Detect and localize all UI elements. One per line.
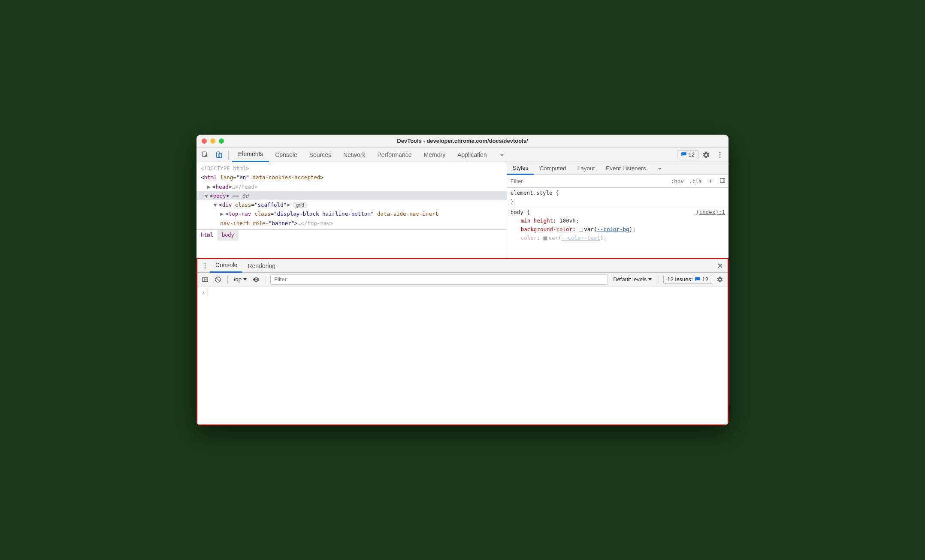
titlebar: DevTools - developer.chrome.com/docs/dev… bbox=[196, 135, 729, 148]
console-filter-input[interactable] bbox=[270, 274, 608, 285]
issues-count: 12 bbox=[689, 151, 695, 158]
window-title: DevTools - developer.chrome.com/docs/dev… bbox=[196, 138, 729, 144]
devtools-window: DevTools - developer.chrome.com/docs/dev… bbox=[196, 135, 729, 425]
console-prompt-icon: › bbox=[202, 289, 205, 295]
styles-rules[interactable]: element.style { } body {(index):1 min-he… bbox=[507, 188, 729, 258]
chevron-down-icon bbox=[243, 278, 247, 280]
css-property[interactable]: background-color: var(--color-bg); bbox=[511, 225, 725, 234]
svg-rect-6 bbox=[720, 178, 725, 182]
more-tabs-icon[interactable] bbox=[651, 162, 668, 175]
svg-point-4 bbox=[719, 154, 721, 155]
live-expression-icon[interactable] bbox=[251, 274, 261, 285]
zoom-window-button[interactable] bbox=[219, 138, 224, 144]
more-tabs-icon[interactable] bbox=[493, 148, 511, 162]
console-issues-button[interactable]: 12 Issues: 12 bbox=[663, 275, 712, 284]
tab-memory[interactable]: Memory bbox=[418, 148, 452, 162]
elements-panel[interactable]: <!DOCTYPE html> <html lang="en" data-coo… bbox=[196, 162, 507, 258]
device-toggle-icon[interactable] bbox=[213, 149, 225, 161]
log-levels-selector[interactable]: Default levels bbox=[611, 276, 654, 283]
styles-tabs: Styles Computed Layout Event Listeners bbox=[507, 162, 729, 175]
svg-rect-1 bbox=[217, 152, 220, 158]
breadcrumb: html body bbox=[196, 229, 507, 241]
styles-filter-bar: :hov .cls ＋ bbox=[507, 175, 729, 188]
chevron-down-icon bbox=[648, 278, 652, 280]
drawer-tab-console[interactable]: Console bbox=[210, 259, 242, 273]
rule-selector[interactable]: body {(index):1 bbox=[511, 208, 725, 217]
close-drawer-icon[interactable]: ✕ bbox=[715, 261, 725, 271]
kebab-menu-icon[interactable] bbox=[714, 149, 726, 161]
toggle-sidebar-icon[interactable] bbox=[200, 274, 210, 285]
console-settings-icon[interactable] bbox=[715, 274, 725, 285]
main-tabs: Elements Console Sources Network Perform… bbox=[232, 148, 675, 162]
close-window-button[interactable] bbox=[202, 138, 207, 144]
svg-point-5 bbox=[719, 156, 721, 157]
issues-pill[interactable]: 12 bbox=[677, 150, 698, 159]
tab-elements[interactable]: Elements bbox=[232, 148, 269, 162]
cursor bbox=[208, 290, 208, 296]
dom-node[interactable]: <html lang="en" data-cookies-accepted> bbox=[201, 173, 507, 182]
svg-rect-10 bbox=[203, 277, 208, 281]
grid-badge[interactable]: grid bbox=[293, 202, 307, 208]
main-split: <!DOCTYPE html> <html lang="en" data-coo… bbox=[196, 162, 729, 258]
tab-console[interactable]: Console bbox=[269, 148, 303, 162]
styles-tab-layout[interactable]: Layout bbox=[572, 162, 601, 175]
new-style-rule-icon[interactable]: ＋ bbox=[704, 177, 716, 186]
svg-point-8 bbox=[205, 265, 206, 266]
inspect-element-icon[interactable] bbox=[199, 149, 211, 161]
styles-panel: Styles Computed Layout Event Listeners :… bbox=[507, 162, 729, 258]
rule-selector[interactable]: element.style { bbox=[511, 189, 725, 197]
breadcrumb-item[interactable]: html bbox=[196, 230, 218, 240]
divider bbox=[227, 275, 228, 284]
divider bbox=[659, 275, 659, 284]
clear-console-icon[interactable] bbox=[213, 274, 223, 285]
divider bbox=[266, 275, 266, 284]
computed-toggle-icon[interactable] bbox=[716, 178, 729, 185]
cls-toggle[interactable]: .cls bbox=[686, 178, 704, 184]
drawer: Console Rendering ✕ top Default levels 1… bbox=[196, 258, 729, 425]
svg-rect-2 bbox=[219, 154, 222, 158]
dom-node[interactable]: ▼<div class="scaffold"> grid bbox=[201, 200, 507, 209]
drawer-menu-icon[interactable] bbox=[200, 262, 210, 269]
tab-performance[interactable]: Performance bbox=[371, 148, 417, 162]
dom-node[interactable]: nav-inert role="banner">…</top-nav> bbox=[201, 219, 507, 228]
settings-icon[interactable] bbox=[700, 149, 712, 161]
css-property[interactable]: min-height: 100vh; bbox=[511, 217, 725, 225]
drawer-tabs: Console Rendering ✕ bbox=[197, 259, 728, 273]
context-selector[interactable]: top bbox=[232, 276, 248, 283]
tab-application[interactable]: Application bbox=[451, 148, 493, 162]
dom-node[interactable]: ▶<top-nav class="display-block hairline-… bbox=[201, 209, 507, 218]
divider bbox=[228, 151, 229, 159]
color-swatch[interactable] bbox=[543, 236, 547, 241]
tab-network[interactable]: Network bbox=[337, 148, 371, 162]
tab-sources[interactable]: Sources bbox=[303, 148, 337, 162]
color-swatch[interactable] bbox=[579, 228, 583, 232]
minimize-window-button[interactable] bbox=[210, 138, 215, 144]
breadcrumb-item-current[interactable]: body bbox=[218, 230, 239, 240]
svg-point-3 bbox=[719, 152, 721, 153]
dom-node-selected[interactable]: ⋯▼<body> == $0 bbox=[196, 191, 507, 200]
source-link[interactable]: (index):1 bbox=[696, 208, 725, 217]
dom-node: <!DOCTYPE html> bbox=[201, 164, 507, 173]
console-body[interactable]: › bbox=[197, 286, 728, 425]
svg-point-7 bbox=[205, 263, 206, 265]
drawer-tab-rendering[interactable]: Rendering bbox=[242, 259, 281, 273]
console-toolbar: top Default levels 12 Issues: 12 bbox=[197, 273, 728, 286]
styles-tab-computed[interactable]: Computed bbox=[534, 162, 572, 175]
dom-node[interactable]: ▶<head>…</head> bbox=[201, 182, 507, 191]
window-controls bbox=[196, 138, 224, 144]
svg-point-9 bbox=[205, 267, 206, 268]
styles-tab-styles[interactable]: Styles bbox=[507, 162, 534, 175]
main-toolbar: Elements Console Sources Network Perform… bbox=[196, 148, 729, 162]
styles-tab-event-listeners[interactable]: Event Listeners bbox=[600, 162, 651, 175]
css-property[interactable]: color: var(--color-text); bbox=[511, 234, 725, 242]
svg-point-12 bbox=[256, 279, 257, 280]
hov-toggle[interactable]: :hov bbox=[668, 178, 686, 184]
styles-filter-input[interactable] bbox=[507, 175, 668, 187]
